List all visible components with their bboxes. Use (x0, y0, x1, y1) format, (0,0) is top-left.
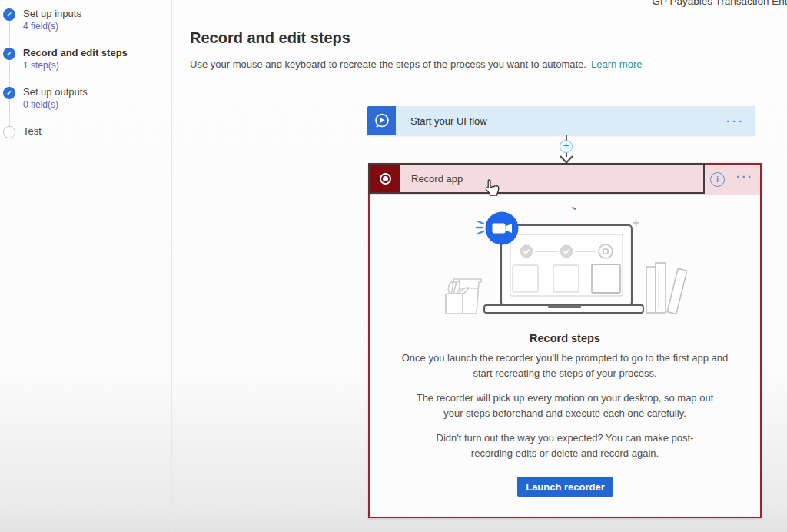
record-card-title-field[interactable]: Record app (368, 163, 705, 194)
step-sublabel: 4 field(s) (23, 21, 58, 32)
record-steps-heading: Record steps (370, 332, 760, 344)
record-illustration (441, 200, 687, 317)
trigger-card-title: Start your UI flow (410, 115, 726, 127)
sidebar-item-set-up-inputs[interactable]: Set up inputs (23, 8, 81, 19)
insert-step-button[interactable]: + (560, 140, 573, 153)
step-sublabel: 1 step(s) (23, 60, 59, 71)
launch-recorder-button[interactable]: Launch recorder (517, 477, 613, 497)
record-steps-paragraph: Didn't turn out the way you expected? Yo… (370, 431, 760, 461)
page-subtitle: Use your mouse and keyboard to recreate … (190, 58, 642, 70)
subtitle-text: Use your mouse and keyboard to recreate … (190, 58, 586, 70)
trigger-card-start-ui-flow[interactable]: Start your UI flow ··· (367, 106, 755, 135)
ui-flow-trigger-icon (367, 106, 396, 135)
sidebar-item-record-and-edit-steps[interactable]: Record and edit steps (23, 47, 128, 58)
step-sublabel: 0 field(s) (23, 99, 58, 110)
arrow-down-icon (558, 153, 575, 164)
record-card-menu-button[interactable]: ··· (736, 170, 754, 183)
record-steps-paragraph: Once you launch the recorder you'll be p… (370, 351, 760, 381)
stepper-connector-line (9, 15, 10, 132)
step-pending-icon[interactable] (3, 126, 15, 138)
page-title: Record and edit steps (190, 29, 350, 47)
info-icon[interactable]: i (710, 172, 725, 187)
record-action-icon (370, 165, 400, 192)
step-complete-icon[interactable]: ✓ (3, 87, 15, 99)
learn-more-link[interactable]: Learn more (591, 58, 642, 70)
trigger-card-menu-button[interactable]: ··· (726, 115, 745, 128)
step-complete-icon[interactable]: ✓ (3, 48, 15, 60)
record-card-title: Record app (411, 173, 463, 185)
sidebar-item-test[interactable]: Test (23, 125, 42, 137)
step-complete-icon[interactable]: ✓ (3, 8, 15, 21)
sidebar-divider (171, 0, 172, 532)
header-divider (172, 12, 787, 12)
app-root: { "header": { "flow_title": "GP Payables… (0, 0, 787, 532)
record-steps-paragraph: The recorder will pick up every motion o… (370, 391, 760, 421)
wizard-stepper: ✓ Set up inputs 4 field(s) ✓ Record and … (0, 0, 171, 200)
sidebar-item-set-up-outputs[interactable]: Set up outputs (23, 86, 88, 98)
action-card-record-app: Record app i ··· (368, 163, 762, 518)
flow-name-label: GP Payables Transaction Entr (652, 0, 787, 7)
